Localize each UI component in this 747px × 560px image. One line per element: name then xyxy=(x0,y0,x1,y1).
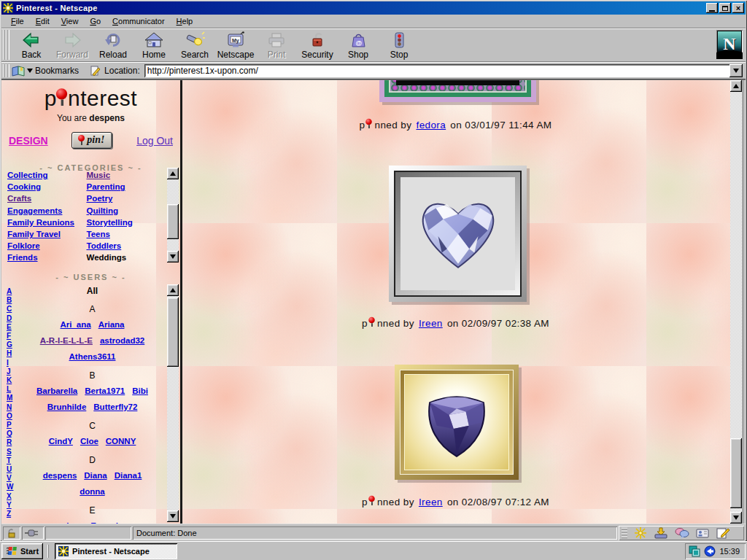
alphabet-link-v[interactable]: V xyxy=(7,474,13,483)
alphabet-link-h[interactable]: H xyxy=(7,349,13,358)
user-link-a-r-i-e-l-l-e[interactable]: A-R-I-E-L-L-E xyxy=(40,336,93,345)
category-cooking[interactable]: Cooking xyxy=(7,181,87,192)
component-bar-grip[interactable] xyxy=(622,528,627,538)
alphabet-link-a[interactable]: A xyxy=(7,287,13,296)
menu-item-go[interactable]: Go xyxy=(85,15,106,27)
pinner-link-ireen[interactable]: Ireen xyxy=(419,497,443,508)
alphabet-link-s[interactable]: S xyxy=(7,448,13,456)
category-family-travel[interactable]: Family Travel xyxy=(7,228,87,240)
category-family-reunions[interactable]: Family Reunions xyxy=(7,217,87,228)
scrollbar-thumb[interactable] xyxy=(167,298,179,367)
tray-network-icon[interactable] xyxy=(689,545,700,557)
alphabet-link-c[interactable]: C xyxy=(7,305,13,314)
pinned-image-spoon[interactable] xyxy=(379,80,536,102)
main-scrollbar[interactable] xyxy=(730,80,742,524)
category-teens[interactable]: Teens xyxy=(87,228,166,240)
categories-scrollbar[interactable] xyxy=(167,168,179,262)
search-button[interactable]: Search xyxy=(174,28,215,61)
category-collecting[interactable]: Collecting xyxy=(7,169,87,181)
category-music[interactable]: Music xyxy=(87,169,166,181)
scroll-up-button[interactable] xyxy=(167,168,179,179)
navigator-icon[interactable] xyxy=(634,527,647,539)
category-quilting[interactable]: Quilting xyxy=(87,205,166,217)
shop-button[interactable]: @ Shop xyxy=(338,28,379,61)
category-friends[interactable]: Friends xyxy=(7,252,87,263)
scrollbar-track[interactable] xyxy=(167,179,179,251)
pinner-link-fedora[interactable]: fedora xyxy=(416,120,446,131)
task-button-netscape[interactable]: Pinterest - Netscape xyxy=(55,543,177,559)
alphabet-link-x[interactable]: X xyxy=(7,492,13,501)
user-link-elena[interactable]: elena xyxy=(62,521,83,524)
alphabet-link-z[interactable]: Z xyxy=(7,510,13,518)
toolbar-grip[interactable] xyxy=(3,30,9,60)
netscape-button[interactable]: My Netscape xyxy=(215,28,256,61)
start-button[interactable]: Start xyxy=(1,543,43,559)
alphabet-link-b[interactable]: B xyxy=(7,296,13,305)
logout-link[interactable]: Log Out xyxy=(136,135,173,147)
user-link-ari-ana[interactable]: Ari_ana xyxy=(61,320,91,329)
tray-connection-icon[interactable] xyxy=(704,545,716,557)
composer-icon[interactable] xyxy=(716,527,730,539)
user-link-astrodad32[interactable]: astrodad32 xyxy=(100,336,144,345)
user-link-evgenja[interactable]: Evgenja xyxy=(90,521,123,524)
mailbox-icon[interactable] xyxy=(654,527,668,539)
scrollbar-track[interactable] xyxy=(167,296,179,510)
user-link-donna[interactable]: donna xyxy=(80,487,105,496)
design-link[interactable]: DESIGN xyxy=(9,135,48,147)
reload-button[interactable]: Reload xyxy=(93,28,133,61)
pinned-image-heart-diamond[interactable] xyxy=(389,166,527,302)
user-link-barbarella[interactable]: Barbarella xyxy=(36,386,77,395)
category-parenting[interactable]: Parenting xyxy=(87,181,166,192)
security-status-button[interactable] xyxy=(3,526,20,540)
alphabet-link-n[interactable]: N xyxy=(7,403,13,412)
category-crafts[interactable]: Crafts xyxy=(7,192,87,204)
user-link-diana1[interactable]: Diana1 xyxy=(115,471,142,480)
category-poetry[interactable]: Poetry xyxy=(87,192,166,204)
alphabet-link-q[interactable]: Q xyxy=(7,429,13,438)
alphabet-link-i[interactable]: I xyxy=(7,359,13,368)
user-link-brunhilde[interactable]: Brunhilde xyxy=(47,402,87,411)
netscape-throbber[interactable]: N xyxy=(716,30,743,59)
alphabet-link-m[interactable]: M xyxy=(7,394,13,402)
category-storytelling[interactable]: Storytelling xyxy=(87,217,166,228)
alphabet-link-w[interactable]: W xyxy=(7,483,13,491)
location-dropdown-button[interactable] xyxy=(729,64,743,77)
scrollbar-thumb[interactable] xyxy=(167,204,179,239)
alphabet-link-y[interactable]: Y xyxy=(7,501,13,510)
category-folklore[interactable]: Folklore xyxy=(7,240,87,252)
alphabet-link-g[interactable]: G xyxy=(7,341,13,349)
address-book-icon[interactable] xyxy=(696,527,709,539)
alphabet-link-l[interactable]: L xyxy=(7,385,13,394)
user-link-diana[interactable]: Diana xyxy=(84,471,107,480)
stop-button[interactable]: Stop xyxy=(379,28,419,61)
scroll-down-button[interactable] xyxy=(167,510,179,522)
alphabet-link-p[interactable]: P xyxy=(7,421,13,429)
restore-button[interactable] xyxy=(719,3,731,13)
category-toddlers[interactable]: Toddlers xyxy=(87,240,166,252)
alphabet-link-u[interactable]: U xyxy=(7,465,13,474)
menu-item-communicator[interactable]: Communicator xyxy=(107,15,170,27)
security-button[interactable]: Security xyxy=(297,28,338,61)
pinner-link-ireen[interactable]: Ireen xyxy=(419,318,443,329)
user-link-berta1971[interactable]: Berta1971 xyxy=(85,386,125,395)
user-link-athens3611[interactable]: Athens3611 xyxy=(69,352,116,361)
menu-item-view[interactable]: View xyxy=(56,15,84,27)
users-scrollbar[interactable] xyxy=(167,284,179,522)
menu-item-file[interactable]: File xyxy=(6,15,29,27)
scroll-down-button[interactable] xyxy=(167,251,179,262)
alphabet-link-f[interactable]: F xyxy=(7,332,13,341)
back-button[interactable]: Back xyxy=(11,28,52,61)
taskbar-grip[interactable] xyxy=(47,545,50,558)
user-link-cloe[interactable]: Cloe xyxy=(80,437,98,446)
forward-button[interactable]: Forward xyxy=(52,28,93,61)
alphabet-link-r[interactable]: R xyxy=(7,438,13,447)
bookmarks-button[interactable]: Bookmarks xyxy=(11,65,83,77)
locbar-grip[interactable] xyxy=(3,64,9,77)
print-button[interactable]: Print xyxy=(256,28,297,61)
alphabet-link-d[interactable]: D xyxy=(7,314,13,323)
pin-button[interactable]: pin! xyxy=(71,132,112,149)
menu-item-help[interactable]: Help xyxy=(171,15,198,27)
category-engagements[interactable]: Engagements xyxy=(7,205,87,217)
alphabet-link-t[interactable]: T xyxy=(7,456,13,465)
alphabet-link-o[interactable]: O xyxy=(7,412,13,421)
